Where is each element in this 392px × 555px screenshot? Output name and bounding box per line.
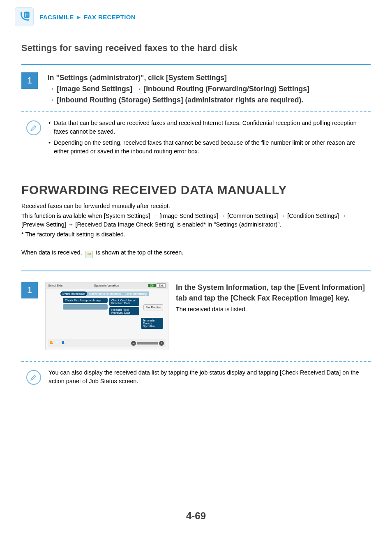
topbar-title: System Information xyxy=(94,284,119,287)
step-line: In "Settings (administrator)", click [Sy… xyxy=(48,74,227,82)
ok-button[interactable]: OK xyxy=(148,284,156,287)
status-icon: 📶 xyxy=(50,341,55,346)
info-text: You can also display the received data l… xyxy=(48,368,371,387)
release-hold-received-data-button[interactable]: Release Hold Received Data xyxy=(109,307,139,315)
screenshot-topbar: Select Exten System Information OK Exit xyxy=(46,282,168,289)
info-note: •Data that can be saved are received fax… xyxy=(21,119,371,158)
info-list: •Data that can be saved are received fax… xyxy=(48,119,371,158)
step-row: 1 In "Settings (administrator)", click [… xyxy=(21,72,371,106)
paragraph: When data is received, ✉ is shown at the… xyxy=(21,248,371,258)
page-content: Settings for saving received faxes to th… xyxy=(0,43,392,522)
divider xyxy=(21,64,371,65)
paragraph: Received faxes can be forwarded manually… xyxy=(21,202,371,210)
main-heading: FORWARDING RECEIVED DATA MANUALLY xyxy=(21,183,371,197)
pencil-icon xyxy=(30,124,38,132)
screenshot-tabs: Event Information Maintenance Informatio… xyxy=(60,291,166,296)
step-line: → [Image Send Settings] → [Inbound Routi… xyxy=(48,85,309,93)
step-line: → [Inbound Routing (Storage) Settings] (… xyxy=(48,96,303,104)
received-data-icon: ✉ xyxy=(85,251,93,258)
step-number-badge: 1 xyxy=(21,72,38,89)
chevron-right-icon: ► xyxy=(76,14,82,21)
section-heading: Settings for saving received faxes to th… xyxy=(21,43,371,53)
facsimile-icon xyxy=(15,7,34,26)
check-confidential-received-data-button[interactable]: Check Confidential Received Data xyxy=(109,298,139,306)
phone-doc-icon xyxy=(18,11,30,23)
list-item: •Data that can be saved are received fax… xyxy=(48,119,371,136)
error-row xyxy=(63,304,108,310)
dashed-divider xyxy=(21,361,371,362)
tab-toner-remaining[interactable]: Toner Remaining xyxy=(123,291,149,296)
step-number-badge: 1 xyxy=(21,282,38,298)
step-subtext: The received data is listed. xyxy=(176,306,371,312)
page-header: FACSIMILE ► FAX RECEPTION xyxy=(0,7,392,26)
page-number: 4-69 xyxy=(21,510,371,522)
step-heading: In the System Information, tap the [Even… xyxy=(176,282,371,303)
info-text: Depending on the setting, received faxes… xyxy=(54,139,371,156)
text-fragment: is shown at the top of the screen. xyxy=(96,249,184,256)
status-icon: 🖶 xyxy=(55,341,60,346)
info-icon xyxy=(26,370,41,385)
list-item: •Depending on the setting, received faxe… xyxy=(48,139,371,156)
pencil-icon xyxy=(30,373,38,382)
step-text: In the System Information, tap the [Even… xyxy=(176,282,371,312)
paragraph: * The factory default setting is disable… xyxy=(21,230,371,239)
check-fax-reception-image-button[interactable]: Check Fax Reception Image xyxy=(63,298,108,303)
plus-icon[interactable]: + xyxy=(159,341,164,346)
step-row: 1 Select Exten System Information OK Exi… xyxy=(21,282,371,350)
text-fragment: When data is received, xyxy=(21,249,84,256)
tab-event-information[interactable]: Event Information xyxy=(60,291,87,296)
terminate-remote-operation-button[interactable]: Terminate Remote Operation xyxy=(141,318,163,329)
step-instruction: In "Settings (administrator)", click [Sy… xyxy=(48,72,309,106)
topbar-left-label: Select Exten xyxy=(48,284,64,287)
breadcrumb-subsection[interactable]: FAX RECEPTION xyxy=(84,14,136,21)
brightness-slider[interactable] xyxy=(137,342,158,345)
breadcrumb-section[interactable]: FACSIMILE xyxy=(39,14,74,21)
info-note: You can also display the received data l… xyxy=(21,368,371,387)
info-text: Data that can be saved are received faxe… xyxy=(54,119,371,136)
paragraph: This function is available when [System … xyxy=(21,212,371,229)
dashed-divider xyxy=(21,111,371,112)
exit-button[interactable]: Exit xyxy=(157,283,166,288)
info-paragraph: You can also display the received data l… xyxy=(48,368,371,386)
divider xyxy=(21,271,371,271)
breadcrumb: FACSIMILE ► FAX RECEPTION xyxy=(39,14,136,21)
device-screenshot: Select Exten System Information OK Exit … xyxy=(45,282,168,350)
minus-icon[interactable]: − xyxy=(131,341,136,346)
tab-maintenance-information[interactable]: Maintenance Information xyxy=(87,291,123,296)
status-icon: 👤 xyxy=(61,341,66,346)
screenshot-bottombar: 📶 🖶 👤 − + xyxy=(48,339,166,347)
fax-receive-button[interactable]: Fax Receive xyxy=(143,304,163,310)
info-icon xyxy=(26,120,41,135)
